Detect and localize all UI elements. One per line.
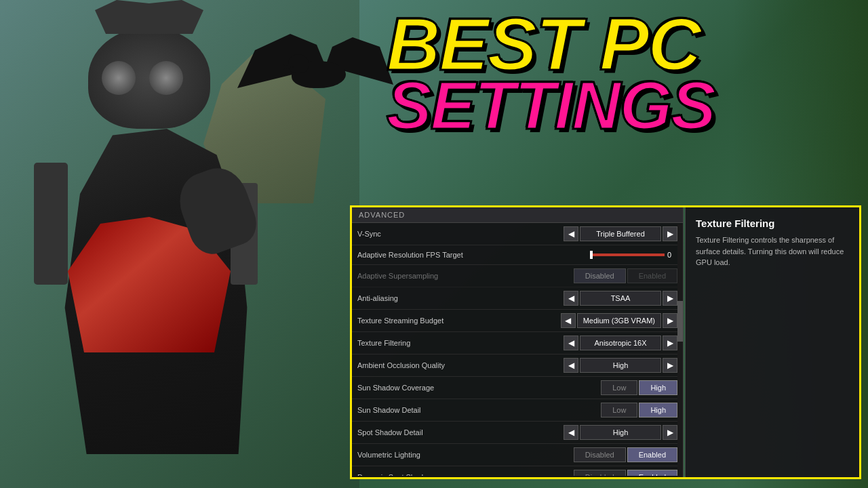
toggle-btn-1[interactable]: Disabled xyxy=(574,470,626,476)
arrow-left-btn[interactable]: ◀ xyxy=(564,291,578,306)
setting-control[interactable]: ◀High▶ xyxy=(564,358,677,373)
toggle-btn-1[interactable]: Disabled xyxy=(574,268,626,283)
toggle-group[interactable]: DisabledEnabled xyxy=(574,268,677,283)
toggle-btn-2[interactable]: Enabled xyxy=(627,470,677,476)
value-display: Triple Buffered xyxy=(580,226,661,241)
info-desc: Texture Filtering controls the sharpness… xyxy=(696,235,849,268)
slider-thumb[interactable] xyxy=(590,251,593,259)
toggle-group[interactable]: LowHigh xyxy=(601,380,677,395)
setting-label: Volumetric Lighting xyxy=(357,451,574,459)
arrow-right-btn[interactable]: ▶ xyxy=(663,358,677,373)
arrow-left-btn[interactable]: ◀ xyxy=(561,313,576,328)
setting-control[interactable]: ◀TSAA▶ xyxy=(564,291,677,306)
setting-row: Ambient Occlusion Quality◀High▶ xyxy=(352,354,683,377)
toggle-btn-2[interactable]: Enabled xyxy=(627,447,677,462)
setting-row: Volumetric LightingDisabledEnabled xyxy=(352,444,683,466)
toggle-btn-2[interactable]: High xyxy=(639,380,677,395)
bird xyxy=(237,20,387,129)
info-title: Texture Filtering xyxy=(696,218,849,229)
setting-control[interactable]: LowHigh xyxy=(601,403,677,418)
toggle-btn-2[interactable]: Enabled xyxy=(627,268,677,283)
setting-row: Sun Shadow DetailLowHigh xyxy=(352,399,683,422)
setting-label: Texture Filtering xyxy=(357,339,564,347)
slider-container[interactable]: 0 xyxy=(590,251,677,259)
setting-control[interactable]: DisabledEnabled xyxy=(574,268,677,283)
toggle-btn-2[interactable]: High xyxy=(639,403,677,418)
setting-label: Texture Streaming Budget xyxy=(357,317,561,325)
setting-row: V-Sync◀Triple Buffered▶ xyxy=(352,223,683,245)
setting-control[interactable]: 0 xyxy=(590,251,677,259)
setting-control[interactable]: LowHigh xyxy=(601,380,677,395)
arrow-right-btn[interactable]: ▶ xyxy=(663,336,677,350)
setting-label: Sun Shadow Coverage xyxy=(357,384,601,392)
setting-label: Adaptive Supersampling xyxy=(357,272,574,280)
setting-label: Sun Shadow Detail xyxy=(357,406,601,414)
arrow-right-btn[interactable]: ▶ xyxy=(663,291,677,306)
setting-control[interactable]: ◀Triple Buffered▶ xyxy=(564,226,677,241)
value-display: TSAA xyxy=(580,291,661,306)
arrow-left-btn[interactable]: ◀ xyxy=(564,425,578,440)
setting-label: Anti-aliasing xyxy=(357,294,564,302)
info-panel: Texture Filtering Texture Filtering cont… xyxy=(685,207,860,478)
value-display: Anisotropic 16X xyxy=(580,336,661,350)
slider-track[interactable] xyxy=(590,253,665,256)
arrow-left-btn[interactable]: ◀ xyxy=(564,358,578,373)
setting-row: Adaptive SupersamplingDisabledEnabled xyxy=(352,265,683,287)
toggle-btn-1[interactable]: Low xyxy=(601,380,637,395)
value-display: High xyxy=(580,358,661,373)
title-line2: SETTINGS xyxy=(387,71,715,139)
toggle-group[interactable]: LowHigh xyxy=(601,403,677,418)
title-overlay: BEST PC SETTINGS xyxy=(387,7,715,139)
setting-label: V-Sync xyxy=(357,230,564,238)
toggle-btn-1[interactable]: Disabled xyxy=(574,447,626,462)
setting-label: Spot Shadow Detail xyxy=(357,428,564,436)
setting-control[interactable]: ◀High▶ xyxy=(564,425,677,440)
setting-control[interactable]: DisabledEnabled xyxy=(574,470,677,476)
arrow-right-btn[interactable]: ▶ xyxy=(663,313,677,328)
slider-value: 0 xyxy=(667,251,677,259)
setting-row: Anti-aliasing◀TSAA▶ xyxy=(352,287,683,310)
bird-head xyxy=(288,54,309,73)
scroll-thumb[interactable] xyxy=(677,301,683,342)
setting-label: Ambient Occlusion Quality xyxy=(357,361,564,369)
settings-panel: ADVANCED V-Sync◀Triple Buffered▶Adaptive… xyxy=(351,207,684,478)
arrow-right-btn[interactable]: ▶ xyxy=(663,226,677,241)
arrow-right-btn[interactable]: ▶ xyxy=(663,425,677,440)
setting-row: Adaptive Resolution FPS Target0 xyxy=(352,245,683,265)
toggle-btn-1[interactable]: Low xyxy=(601,403,637,418)
value-display: High xyxy=(580,425,661,440)
arrow-left-btn[interactable]: ◀ xyxy=(564,336,578,350)
setting-row: Sun Shadow CoverageLowHigh xyxy=(352,377,683,399)
setting-control[interactable]: DisabledEnabled xyxy=(574,447,677,462)
setting-row: Spot Shadow Detail◀High▶ xyxy=(352,422,683,444)
setting-label: Dynamic Spot Shadows xyxy=(357,473,574,476)
setting-label: Adaptive Resolution FPS Target xyxy=(357,251,590,259)
setting-control[interactable]: ◀Anisotropic 16X▶ xyxy=(564,336,677,350)
arrow-left-btn[interactable]: ◀ xyxy=(564,226,578,241)
setting-control[interactable]: ◀Medium (3GB VRAM)▶ xyxy=(561,313,677,328)
setting-row: Texture Filtering◀Anisotropic 16X▶ xyxy=(352,332,683,354)
toggle-group[interactable]: DisabledEnabled xyxy=(574,470,677,476)
toggle-group[interactable]: DisabledEnabled xyxy=(574,447,677,462)
scroll-indicator xyxy=(677,224,683,478)
panel-header: ADVANCED xyxy=(352,207,683,223)
value-display: Medium (3GB VRAM) xyxy=(577,313,661,328)
setting-row: Texture Streaming Budget◀Medium (3GB VRA… xyxy=(352,310,683,332)
settings-list[interactable]: V-Sync◀Triple Buffered▶Adaptive Resoluti… xyxy=(352,223,683,476)
setting-row: Dynamic Spot ShadowsDisabledEnabled xyxy=(352,466,683,476)
